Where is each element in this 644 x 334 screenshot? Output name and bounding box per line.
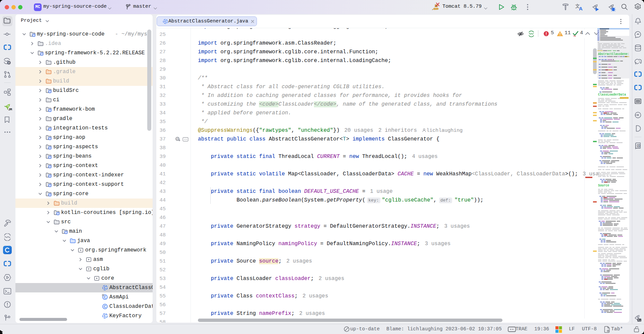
svg-text:C: C (104, 314, 106, 318)
svg-text:C: C (104, 295, 106, 299)
svg-text:Source: Source (598, 183, 609, 187)
svg-text:C: C (104, 304, 106, 309)
svg-text:?: ? (8, 61, 10, 64)
svg-text:A: A (638, 144, 640, 147)
svg-text:A: A (579, 6, 583, 11)
svg-text:AbstractClassGene:: AbstractClassGene: (598, 52, 629, 56)
svg-text:@: @ (176, 137, 179, 141)
svg-text:JR: JR (8, 108, 12, 111)
svg-text:C: C (164, 20, 167, 23)
svg-text:ClassLoaderData: ClassLoaderData (598, 93, 626, 97)
svg-text:C: C (104, 286, 106, 290)
